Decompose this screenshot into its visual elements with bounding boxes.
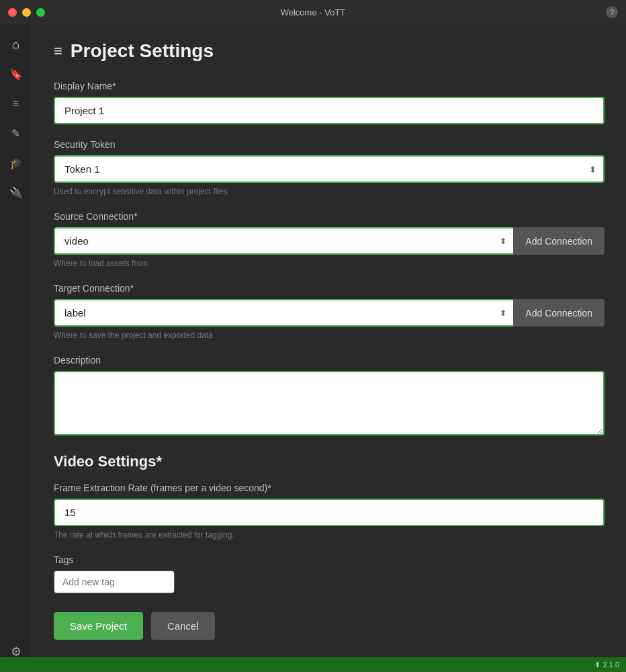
title-bar: Welcome - VoTT ? — [0, 0, 626, 24]
page-header-icon: ≡ — [54, 42, 62, 60]
frame-rate-input[interactable] — [54, 499, 605, 526]
close-button[interactable] — [8, 8, 17, 17]
source-connection-row: video other Add Connection — [54, 227, 605, 255]
security-token-select[interactable]: Token 1 Token 2 — [54, 155, 605, 183]
sidebar-item-saved[interactable]: 🔖 — [4, 62, 28, 86]
hat-icon: 🎓 — [9, 157, 23, 169]
help-button[interactable]: ? — [606, 6, 618, 18]
target-add-connection-button[interactable]: Add Connection — [513, 299, 605, 327]
plugin-icon: 🔌 — [9, 186, 23, 199]
tags-label: Tags — [54, 554, 605, 565]
page-header: ≡ Project Settings — [54, 40, 605, 62]
version-label: 2.1.0 — [603, 661, 619, 669]
description-textarea[interactable] — [54, 371, 605, 435]
sidebar: ⌂ 🔖 ≡ ✎ 🎓 🔌 ⚙ — [0, 24, 32, 672]
edit-icon: ✎ — [11, 127, 20, 140]
window-title: Welcome - VoTT — [281, 7, 346, 17]
display-name-input[interactable] — [54, 97, 605, 124]
bookmark-icon: 🔖 — [9, 68, 23, 81]
target-connection-select[interactable]: label other — [54, 299, 513, 327]
security-token-group: Security Token Token 1 Token 2 ⬍ Used to… — [54, 139, 605, 196]
sidebar-item-export[interactable]: ✎ — [4, 121, 28, 145]
page-title: Project Settings — [71, 40, 214, 62]
frame-rate-label: Frame Extraction Rate (frames per a vide… — [54, 482, 605, 493]
content-area: ≡ Project Settings Display Name* Securit… — [32, 24, 626, 672]
home-icon: ⌂ — [12, 38, 19, 52]
window-controls[interactable] — [8, 8, 45, 17]
video-settings-heading: Video Settings* — [54, 453, 605, 470]
frame-rate-group: Frame Extraction Rate (frames per a vide… — [54, 482, 605, 540]
cancel-button[interactable]: Cancel — [151, 612, 215, 640]
source-connection-select-wrap: video other — [54, 227, 513, 255]
security-token-label: Security Token — [54, 139, 605, 150]
display-name-group: Display Name* — [54, 81, 605, 124]
sliders-icon: ≡ — [13, 97, 19, 110]
sidebar-item-help[interactable]: 🎓 — [4, 151, 28, 175]
description-group: Description — [54, 355, 605, 438]
sidebar-item-plugin[interactable]: 🔌 — [4, 180, 28, 204]
save-project-button[interactable]: Save Project — [54, 612, 143, 640]
target-connection-group: Target Connection* label other Add Conne… — [54, 283, 605, 340]
target-connection-row: label other Add Connection — [54, 299, 605, 327]
source-connection-select[interactable]: video other — [54, 227, 513, 255]
source-connection-hint: Where to load assets from — [54, 259, 605, 268]
source-connection-label: Source Connection* — [54, 211, 605, 222]
frame-rate-hint: The rate at which frames are extracted f… — [54, 530, 605, 540]
description-label: Description — [54, 355, 605, 366]
sidebar-item-settings[interactable]: ≡ — [4, 91, 28, 116]
display-name-label: Display Name* — [54, 81, 605, 91]
app-layout: ⌂ 🔖 ≡ ✎ 🎓 🔌 ⚙ ≡ Project Settings Dis — [0, 24, 626, 672]
tags-input[interactable] — [54, 571, 175, 593]
source-connection-group: Source Connection* video other Add Conne… — [54, 211, 605, 268]
target-connection-select-wrap: label other — [54, 299, 513, 327]
status-bar: ⬆ 2.1.0 — [0, 657, 626, 672]
target-connection-label: Target Connection* — [54, 283, 605, 294]
maximize-button[interactable] — [36, 8, 45, 17]
source-add-connection-button[interactable]: Add Connection — [513, 227, 605, 255]
minimize-button[interactable] — [22, 8, 31, 17]
target-connection-hint: Where to save the project and exported d… — [54, 331, 605, 340]
button-row: Save Project Cancel — [54, 612, 605, 640]
security-token-hint: Used to encrypt sensitive data within pr… — [54, 187, 605, 196]
version-icon: ⬆ — [594, 661, 600, 669]
tags-group: Tags — [54, 554, 605, 593]
sidebar-item-home[interactable]: ⌂ — [4, 32, 28, 56]
